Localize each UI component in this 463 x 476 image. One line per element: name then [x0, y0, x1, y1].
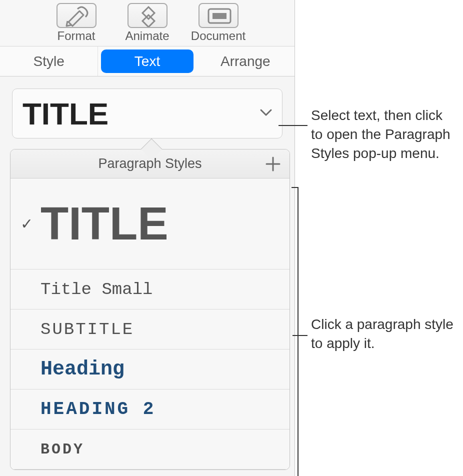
style-row-body[interactable]: BODY	[10, 430, 290, 470]
callout-leader	[292, 335, 308, 336]
paragraph-styles-popover: Paragraph Styles ✓TITLETitle SmallSUBTIT…	[10, 149, 290, 470]
svg-rect-1	[212, 13, 226, 19]
add-style-button[interactable]	[264, 154, 282, 174]
inspector-tabs: Style Text Arrange	[0, 46, 294, 76]
style-row-heading[interactable]: Heading	[10, 350, 290, 390]
style-row-label: Heading	[40, 358, 280, 380]
tab-style[interactable]: Style	[0, 46, 98, 76]
style-row-subtitle[interactable]: SUBTITLE	[10, 310, 290, 350]
style-row-heading-2[interactable]: HEADING 2	[10, 390, 290, 430]
document-tool-label: Document	[186, 29, 250, 43]
animate-icon	[128, 3, 168, 28]
format-icon	[56, 3, 96, 28]
style-row-label: TITLE	[40, 186, 280, 262]
style-row-title[interactable]: ✓TITLE	[10, 178, 290, 270]
document-icon	[198, 3, 238, 28]
animate-tool[interactable]: Animate	[116, 3, 180, 43]
inspector-panel: Format Animate Document	[0, 0, 295, 476]
style-row-label: SUBTITLE	[40, 320, 280, 339]
format-tool-label: Format	[44, 29, 108, 43]
callout-bracket	[292, 187, 298, 476]
style-row-label: Title Small	[40, 280, 280, 299]
format-tool[interactable]: Format	[44, 3, 108, 43]
paragraph-style-dropdown[interactable]: TITLE	[12, 88, 282, 138]
callout-leader	[278, 125, 308, 126]
inspector-toolbar: Format Animate Document	[0, 0, 294, 46]
document-tool[interactable]: Document	[186, 3, 250, 43]
tab-text[interactable]: Text	[101, 50, 193, 73]
style-row-label: BODY	[40, 441, 280, 458]
animate-tool-label: Animate	[116, 29, 180, 43]
style-row-title-small[interactable]: Title Small	[10, 270, 290, 310]
paragraph-styles-list: ✓TITLETitle SmallSUBTITLEHeadingHEADING …	[10, 178, 290, 470]
chevron-down-icon	[259, 106, 273, 122]
callout-apply-style: Click a paragraph style to apply it.	[311, 315, 456, 353]
current-style-label: TITLE	[22, 96, 108, 132]
style-row-label: HEADING 2	[40, 399, 280, 420]
tab-arrange[interactable]: Arrange	[196, 46, 294, 76]
checkmark-icon: ✓	[18, 216, 36, 232]
callout-open-menu: Select text, then click to open the Para…	[311, 106, 456, 162]
